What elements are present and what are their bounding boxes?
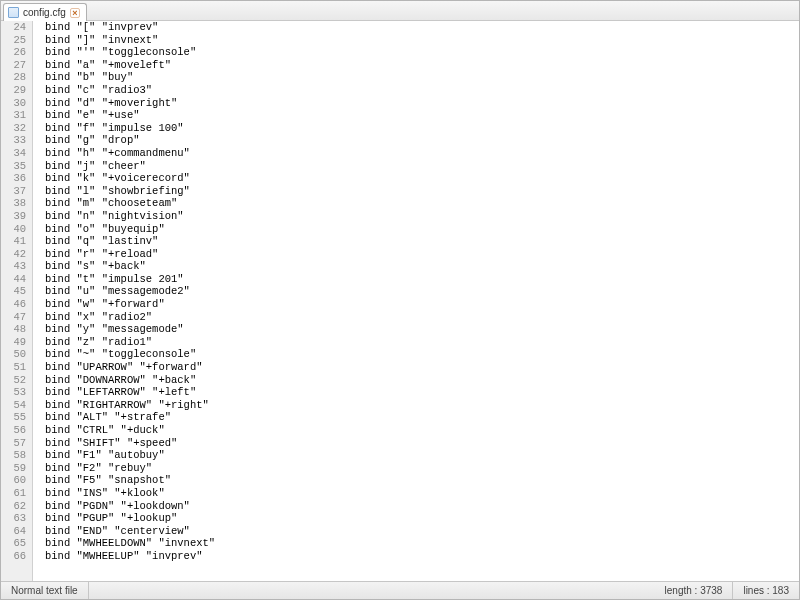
status-length: length : 3738: [655, 582, 734, 599]
code-line[interactable]: bind "r" "+reload": [45, 248, 799, 261]
line-number: 24: [1, 21, 26, 34]
line-number: 37: [1, 185, 26, 198]
text-editor[interactable]: 2425262728293031323334353637383940414243…: [1, 21, 799, 581]
line-number: 59: [1, 462, 26, 475]
line-number: 53: [1, 386, 26, 399]
tab-bar: config.cfg ×: [1, 1, 799, 21]
code-line[interactable]: bind "'" "toggleconsole": [45, 46, 799, 59]
code-line[interactable]: bind "m" "chooseteam": [45, 197, 799, 210]
code-line[interactable]: bind "u" "messagemode2": [45, 285, 799, 298]
code-line[interactable]: bind "F2" "rebuy": [45, 462, 799, 475]
line-number: 56: [1, 424, 26, 437]
code-line[interactable]: bind "n" "nightvision": [45, 210, 799, 223]
line-number: 42: [1, 248, 26, 261]
code-line[interactable]: bind "z" "radio1": [45, 336, 799, 349]
code-line[interactable]: bind "l" "showbriefing": [45, 185, 799, 198]
code-line[interactable]: bind "b" "buy": [45, 71, 799, 84]
close-tab-icon[interactable]: ×: [70, 8, 80, 18]
line-number: 52: [1, 374, 26, 387]
line-number: 58: [1, 449, 26, 462]
code-line[interactable]: bind "LEFTARROW" "+left": [45, 386, 799, 399]
code-line[interactable]: bind "SHIFT" "+speed": [45, 437, 799, 450]
line-number: 62: [1, 500, 26, 513]
code-line[interactable]: bind "UPARROW" "+forward": [45, 361, 799, 374]
line-number: 49: [1, 336, 26, 349]
file-icon: [8, 7, 19, 18]
line-number: 48: [1, 323, 26, 336]
code-line[interactable]: bind "F1" "autobuy": [45, 449, 799, 462]
code-line[interactable]: bind "e" "+use": [45, 109, 799, 122]
line-number: 31: [1, 109, 26, 122]
code-line[interactable]: bind "INS" "+klook": [45, 487, 799, 500]
code-line[interactable]: bind "CTRL" "+duck": [45, 424, 799, 437]
line-number: 25: [1, 34, 26, 47]
code-line[interactable]: bind "j" "cheer": [45, 160, 799, 173]
code-line[interactable]: bind "w" "+forward": [45, 298, 799, 311]
code-line[interactable]: bind "a" "+moveleft": [45, 59, 799, 72]
code-line[interactable]: bind "END" "centerview": [45, 525, 799, 538]
line-number: 26: [1, 46, 26, 59]
code-line[interactable]: bind "RIGHTARROW" "+right": [45, 399, 799, 412]
line-number: 55: [1, 411, 26, 424]
line-number: 44: [1, 273, 26, 286]
line-number: 61: [1, 487, 26, 500]
editor-window: config.cfg × 242526272829303132333435363…: [0, 0, 800, 600]
line-number: 34: [1, 147, 26, 160]
code-line[interactable]: bind "DOWNARROW" "+back": [45, 374, 799, 387]
line-number: 63: [1, 512, 26, 525]
code-line[interactable]: bind "PGDN" "+lookdown": [45, 500, 799, 513]
line-number: 45: [1, 285, 26, 298]
line-number: 66: [1, 550, 26, 563]
line-number: 33: [1, 134, 26, 147]
code-line[interactable]: bind "c" "radio3": [45, 84, 799, 97]
line-number: 54: [1, 399, 26, 412]
status-lines: lines : 183: [733, 582, 799, 599]
file-tab-label: config.cfg: [23, 7, 66, 18]
code-line[interactable]: bind "PGUP" "+lookup": [45, 512, 799, 525]
code-line[interactable]: bind "~" "toggleconsole": [45, 348, 799, 361]
line-number: 39: [1, 210, 26, 223]
status-filetype: Normal text file: [1, 582, 89, 599]
code-line[interactable]: bind "]" "invnext": [45, 34, 799, 47]
line-number: 57: [1, 437, 26, 450]
code-line[interactable]: bind "t" "impulse 201": [45, 273, 799, 286]
code-line[interactable]: bind "x" "radio2": [45, 311, 799, 324]
code-line[interactable]: bind "f" "impulse 100": [45, 122, 799, 135]
line-number: 51: [1, 361, 26, 374]
file-tab[interactable]: config.cfg ×: [3, 3, 87, 21]
code-line[interactable]: bind "[" "invprev": [45, 21, 799, 34]
code-line[interactable]: bind "g" "drop": [45, 134, 799, 147]
code-line[interactable]: bind "k" "+voicerecord": [45, 172, 799, 185]
code-line[interactable]: bind "MWHEELDOWN" "invnext": [45, 537, 799, 550]
code-line[interactable]: bind "y" "messagemode": [45, 323, 799, 336]
line-number: 28: [1, 71, 26, 84]
line-number: 38: [1, 197, 26, 210]
line-number: 29: [1, 84, 26, 97]
code-line[interactable]: bind "MWHEELUP" "invprev": [45, 550, 799, 563]
line-number-gutter: 2425262728293031323334353637383940414243…: [1, 21, 33, 581]
line-number: 41: [1, 235, 26, 248]
code-area[interactable]: bind "[" "invprev"bind "]" "invnext"bind…: [33, 21, 799, 581]
code-line[interactable]: bind "ALT" "+strafe": [45, 411, 799, 424]
line-number: 64: [1, 525, 26, 538]
line-number: 32: [1, 122, 26, 135]
line-number: 27: [1, 59, 26, 72]
status-bar: Normal text file length : 3738 lines : 1…: [1, 581, 799, 599]
code-line[interactable]: bind "o" "buyequip": [45, 223, 799, 236]
code-line[interactable]: bind "q" "lastinv": [45, 235, 799, 248]
line-number: 47: [1, 311, 26, 324]
line-number: 30: [1, 97, 26, 110]
line-number: 36: [1, 172, 26, 185]
line-number: 40: [1, 223, 26, 236]
code-line[interactable]: bind "d" "+moveright": [45, 97, 799, 110]
line-number: 60: [1, 474, 26, 487]
code-line[interactable]: bind "F5" "snapshot": [45, 474, 799, 487]
code-line[interactable]: bind "h" "+commandmenu": [45, 147, 799, 160]
code-line[interactable]: bind "s" "+back": [45, 260, 799, 273]
line-number: 43: [1, 260, 26, 273]
line-number: 35: [1, 160, 26, 173]
line-number: 65: [1, 537, 26, 550]
line-number: 50: [1, 348, 26, 361]
line-number: 46: [1, 298, 26, 311]
